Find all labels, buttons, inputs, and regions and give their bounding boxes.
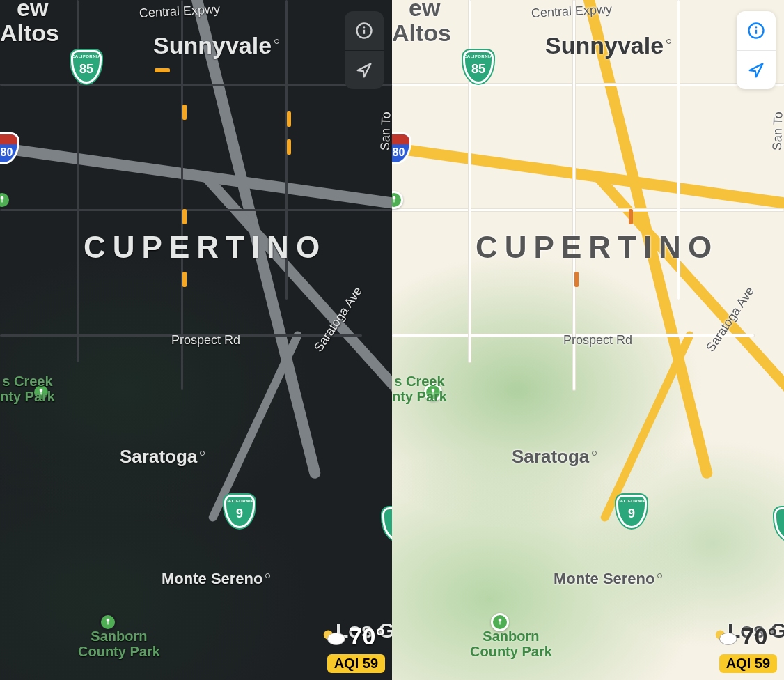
weather-widget[interactable]: 70° [320,623,385,650]
location-arrow-icon [354,61,374,80]
svg-rect-16 [393,199,394,203]
town-name: Monte Sereno [162,570,262,587]
traffic-tick [182,272,187,287]
grid-road [392,84,784,86]
traffic-tick [629,209,633,224]
label-prospect: Prospect Rd [171,333,240,348]
svg-point-2 [107,619,110,622]
shield-number: 280 [0,146,13,159]
label-san-to: San To [378,111,392,150]
split-map-comparison: 280 CALIFORNIA85 CALIFORNIA9 ew Altos Ce… [0,0,784,680]
svg-point-4 [1,196,4,200]
city-dot-icon [657,573,662,578]
label-saratoga: Saratoga [512,446,597,468]
info-button[interactable] [737,11,776,50]
city-dot-icon [265,573,270,578]
shield-state: CALIFORNIA [225,499,254,503]
town-name: Saratoga [512,446,589,467]
city-dot-icon [200,451,205,456]
label-sunnyvale: Sunnyvale [153,32,279,59]
shield-number: 9 [236,507,243,521]
svg-point-10 [327,633,345,644]
label-sunnyvale: Sunnyvale [545,32,671,59]
shield-number: 85 [471,62,485,77]
city-dot-icon [592,451,597,456]
traffic-tick [287,139,291,155]
label-altos: Altos [392,20,451,47]
label-prospect: Prospect Rd [563,333,632,348]
label-altos: Altos [0,20,59,47]
bottom-right-stack: 70° AQI 59 [320,623,385,673]
city-name: Sunnyvale [153,32,272,59]
map-pane-dark[interactable]: 280 CALIFORNIA85 CALIFORNIA9 ew Altos Ce… [0,0,392,680]
map-pane-light[interactable]: 280 CALIFORNIA85 CALIFORNIA9 ew Altos Ce… [392,0,784,680]
svg-rect-14 [499,621,500,625]
map-controls [345,11,384,89]
svg-point-21 [719,633,737,644]
location-arrow-icon [746,61,766,80]
label-monte-sereno: Monte Sereno [162,570,270,588]
label-san-to: San To [770,111,784,150]
svg-point-13 [499,619,502,622]
partly-cloudy-icon [320,626,347,647]
label-sanborn-park: Sanborn County Park [78,628,160,659]
shield-number: 9 [628,507,635,521]
city-dot-icon [666,39,671,44]
bottom-right-stack: 70° AQI 59 [712,623,777,673]
locate-button[interactable] [737,50,776,89]
grid-road [392,209,784,211]
label-sanborn-park: Sanborn County Park [470,628,552,659]
town-name: Monte Sereno [554,570,654,587]
shield-state: CALIFORNIA [72,54,101,59]
traffic-tick [182,209,187,224]
label-saratoga: Saratoga [120,446,205,468]
shield-number: 280 [392,146,405,159]
label-cupertino: CUPERTINO [84,230,327,265]
traffic-tick [574,272,579,287]
shield-number: 85 [79,62,93,77]
label-monte-sereno: Monte Sereno [554,570,662,588]
weather-widget[interactable]: 70° [712,623,777,650]
traffic-tick [287,111,291,127]
label-ew: ew [409,0,440,22]
svg-rect-5 [1,199,2,203]
svg-rect-3 [107,621,108,625]
locate-button[interactable] [345,50,384,89]
partly-cloudy-icon [712,626,739,647]
traffic-tick [182,105,187,120]
svg-point-15 [393,196,396,200]
info-icon [354,21,374,40]
weather-temp: 70° [350,623,385,650]
shield-state: CALIFORNIA [617,499,646,503]
grid-road [0,84,392,86]
label-ew: ew [17,0,48,22]
svg-point-8 [363,26,365,28]
map-controls [737,11,776,89]
aqi-badge[interactable]: AQI 59 [327,654,385,673]
town-name: Saratoga [120,446,197,467]
label-stevens-creek-park: s Creek nty Park [0,373,55,404]
label-stevens-creek-park: s Creek nty Park [392,373,447,404]
aqi-badge[interactable]: AQI 59 [719,654,777,673]
traffic-tick [155,68,170,72]
grid-road [0,209,392,211]
info-button[interactable] [345,11,384,50]
weather-temp: 70° [742,623,777,650]
city-dot-icon [274,39,279,44]
svg-point-19 [755,26,757,28]
city-name: Sunnyvale [545,32,664,59]
shield-state: CALIFORNIA [464,54,493,59]
info-icon [746,21,766,40]
label-cupertino: CUPERTINO [476,230,719,265]
